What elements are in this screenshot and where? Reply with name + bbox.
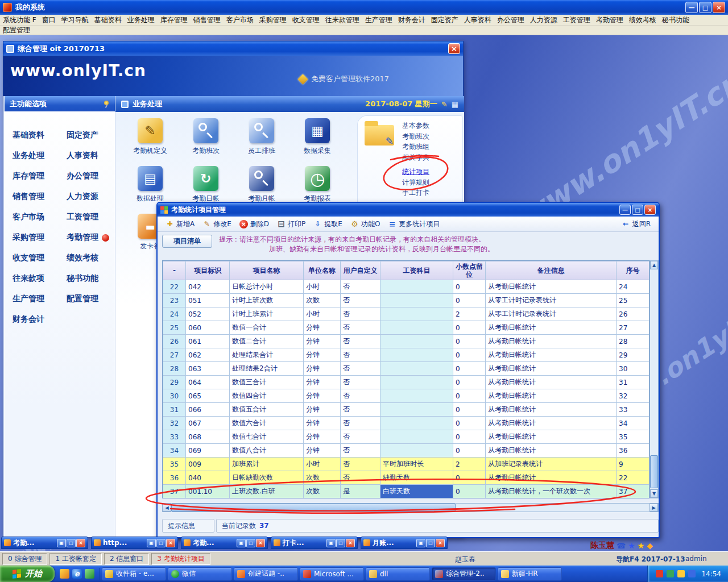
minimized-window[interactable]: 月账... ▣ □ ×: [361, 537, 448, 549]
col-unit[interactable]: 单位名称: [304, 261, 341, 280]
cell-user-defined[interactable]: 否: [341, 307, 380, 321]
cell-item-id[interactable]: 042: [186, 280, 230, 294]
dialog-maximize-button[interactable]: □: [632, 205, 643, 215]
cell-decimals[interactable]: 2: [453, 458, 486, 471]
cell-decimals[interactable]: 0: [453, 376, 486, 389]
cell-item-name[interactable]: 数值六合计: [230, 417, 304, 430]
cell-rownum[interactable]: 31: [163, 403, 186, 417]
cell-unit[interactable]: 小时: [304, 280, 341, 294]
cell-remarks[interactable]: 从考勤日帐统计: [486, 321, 617, 335]
cell-unit[interactable]: 小时: [304, 307, 341, 321]
taskbar-task[interactable]: 收件箱 - e...: [102, 567, 166, 581]
start-button[interactable]: 开始: [0, 566, 55, 582]
menu-item[interactable]: 收支管理: [289, 15, 322, 25]
cell-seq[interactable]: 24: [617, 280, 650, 294]
cell-user-defined[interactable]: 否: [341, 444, 380, 458]
menu-item[interactable]: 客户市场: [224, 15, 257, 25]
table-row[interactable]: 28063处理结果2合计分钟否0从考勤日帐统计30: [163, 362, 650, 376]
cell-item-name[interactable]: 计时上班累计: [230, 307, 304, 321]
taskbar-task[interactable]: 微信: [168, 567, 232, 581]
cell-unit[interactable]: 分钟: [304, 321, 341, 335]
pushpin-icon[interactable]: [103, 101, 110, 107]
menu-item[interactable]: 秘书功能: [659, 15, 692, 25]
cell-salary-item[interactable]: 白班天数: [380, 485, 453, 498]
col-remarks[interactable]: 备注信息: [486, 261, 617, 280]
cell-rownum[interactable]: 23: [163, 294, 186, 307]
cell-salary-item[interactable]: [380, 362, 453, 376]
cell-user-defined[interactable]: 否: [341, 348, 380, 362]
toolbar-button[interactable]: 新增A: [162, 218, 198, 230]
cell-seq[interactable]: 32: [617, 389, 650, 403]
menu-item[interactable]: 生产管理: [362, 15, 395, 25]
vertical-scroll-thumb[interactable]: [650, 455, 658, 488]
ie-icon[interactable]: e: [72, 569, 82, 579]
cell-item-id[interactable]: 009: [186, 458, 230, 471]
cell-item-id[interactable]: 040: [186, 471, 230, 485]
cell-decimals[interactable]: 0: [453, 280, 486, 294]
cell-decimals[interactable]: 0: [453, 321, 486, 335]
cell-item-name[interactable]: 加班累计: [230, 458, 304, 471]
cell-seq[interactable]: 34: [617, 417, 650, 430]
maximize-button[interactable]: □: [336, 539, 345, 547]
toolbar-button[interactable]: 修改E: [199, 218, 235, 230]
menu-item[interactable]: 业务处理: [125, 15, 158, 25]
col-user-defined[interactable]: 用户自定义: [341, 261, 380, 280]
taskbar-task[interactable]: Microsoft ...: [300, 567, 364, 581]
cell-unit[interactable]: 分钟: [304, 362, 341, 376]
cell-decimals[interactable]: 0: [453, 362, 486, 376]
cell-remarks[interactable]: 从考勤日帐统计: [486, 430, 617, 444]
cell-decimals[interactable]: 0: [453, 403, 486, 417]
cell-item-id[interactable]: 062: [186, 348, 230, 362]
menu-item[interactable]: 往来款管理: [322, 15, 362, 25]
cell-decimals[interactable]: 0: [453, 417, 486, 430]
menu-item[interactable]: 系统功能 F: [0, 15, 39, 25]
open-window-item[interactable]: 3 考勤统计项目: [151, 553, 210, 565]
sidebar-item[interactable]: 基础资料: [6, 125, 60, 146]
cell-seq[interactable]: 26: [617, 307, 650, 321]
menu-item[interactable]: 销售管理: [191, 15, 224, 25]
close-button[interactable]: ×: [166, 539, 175, 547]
dialog-titlebar[interactable]: 考勤统计项目管理 — □ ×: [158, 203, 659, 217]
menu-item[interactable]: 库存管理: [158, 15, 191, 25]
cell-seq[interactable]: 29: [617, 348, 650, 362]
cell-salary-item[interactable]: [380, 389, 453, 403]
cell-rownum[interactable]: 34: [163, 444, 186, 458]
sidebar-item[interactable]: 绩效考核: [60, 248, 114, 268]
main-window-close-button[interactable]: ×: [448, 43, 460, 54]
feature-tile[interactable]: 员工排班: [234, 115, 289, 163]
sidebar-item[interactable]: 固定资产: [60, 125, 114, 146]
col-rownum[interactable]: -: [163, 261, 186, 280]
tab-project-list[interactable]: 项目清单: [162, 235, 212, 248]
cell-remarks[interactable]: 从考勤日帐统计: [486, 362, 617, 376]
menu-item[interactable]: 办公管理: [494, 15, 527, 25]
quick-link[interactable]: 相关字典: [402, 152, 429, 163]
cell-rownum[interactable]: 24: [163, 307, 186, 321]
cell-remarks[interactable]: 从考勤日帐统计: [486, 376, 617, 389]
toolbar-button[interactable]: 更多统计项目: [384, 218, 443, 230]
cell-item-name[interactable]: 计时上班次数: [230, 294, 304, 307]
cell-user-defined[interactable]: 否: [341, 458, 380, 471]
cell-item-name[interactable]: 处理结果2合计: [230, 362, 304, 376]
cell-item-name[interactable]: 处理结果合计: [230, 348, 304, 362]
menu-item[interactable]: 财务会计: [395, 15, 428, 25]
close-button[interactable]: ×: [76, 539, 85, 547]
scroll-up-arrow[interactable]: ▲: [650, 261, 658, 269]
pen-icon[interactable]: ✎: [441, 100, 448, 109]
cell-decimals[interactable]: 0: [453, 471, 486, 485]
col-salary-item[interactable]: 工资科目: [380, 261, 453, 280]
quick-link[interactable]: 手工打卡: [402, 188, 429, 198]
sidebar-item[interactable]: 往来款项: [6, 268, 60, 289]
maximize-button[interactable]: □: [246, 539, 255, 547]
restore-button[interactable]: ▣: [416, 539, 425, 547]
restore-button[interactable]: ▣: [57, 539, 66, 547]
sidebar-item[interactable]: 销售管理: [6, 186, 60, 207]
toolbar-button[interactable]: 提取E: [310, 218, 346, 230]
taskbar-task[interactable]: 综合管理-2..: [432, 567, 496, 581]
table-row[interactable]: 29064数值三合计分钟否0从考勤日帐统计31: [163, 376, 650, 389]
table-row[interactable]: 32067数值六合计分钟否0从考勤日帐统计34: [163, 417, 650, 430]
cell-seq[interactable]: 27: [617, 321, 650, 335]
sidebar-item[interactable]: 人力资源: [60, 186, 114, 207]
cell-remarks[interactable]: 从考勤日帐统计: [486, 335, 617, 348]
cell-seq[interactable]: 33: [617, 403, 650, 417]
tray-icon[interactable]: [688, 570, 696, 577]
